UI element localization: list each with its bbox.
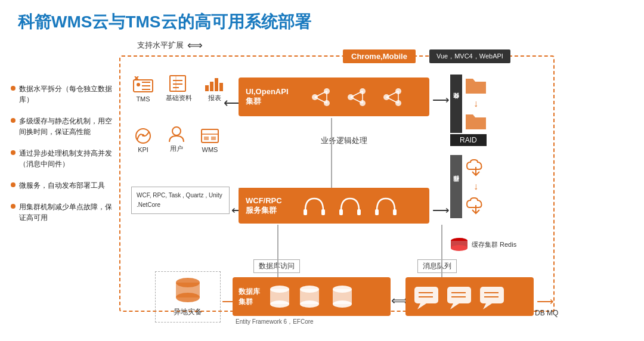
mq-cluster-box <box>405 277 534 316</box>
db-access-label: 数据库访问 <box>253 259 300 273</box>
svg-point-47 <box>270 300 289 308</box>
sync-storage-label: 同步存储 <box>450 155 462 218</box>
svg-marker-55 <box>417 303 426 309</box>
svg-line-31 <box>351 97 363 103</box>
svg-line-25 <box>315 97 327 103</box>
user-icon <box>166 125 187 143</box>
bullet-4: 微服务，自动发布部署工具 <box>11 180 115 191</box>
svg-rect-62 <box>480 287 504 303</box>
redis-icon <box>450 237 468 252</box>
vue-label-box: Vue，MVC4，WebAPI <box>429 49 510 63</box>
wcf-cluster-label: WCF/RPC服务集群 <box>246 196 282 216</box>
svg-rect-11 <box>210 82 213 91</box>
disaster-box: 异地灾备 <box>155 271 221 323</box>
svg-line-37 <box>386 97 398 103</box>
svg-point-53 <box>333 300 352 308</box>
bullet-dot <box>11 182 16 187</box>
file-storage-icons: ↓ <box>465 75 487 133</box>
expand-arrow-icon: ⟺ <box>187 39 203 52</box>
svg-point-73 <box>451 245 467 251</box>
download-icon-1 <box>465 157 487 178</box>
wcf-cluster-headphones <box>290 193 410 219</box>
raid-box: RAID <box>450 134 487 146</box>
svg-rect-58 <box>447 287 471 303</box>
tms-icon-item: TMS <box>132 76 154 103</box>
down-arrow-icon: ↓ <box>473 98 478 109</box>
svg-rect-10 <box>205 85 209 91</box>
svg-point-1 <box>137 83 140 86</box>
svg-rect-44 <box>393 209 397 215</box>
db-cluster-icons <box>265 282 369 312</box>
svg-rect-41 <box>339 209 343 215</box>
svg-line-36 <box>386 91 398 97</box>
svg-rect-40 <box>321 209 325 215</box>
bullet-5: 用集群机制减少单点故障，保证高可用 <box>11 202 115 223</box>
svg-rect-13 <box>219 83 223 91</box>
svg-point-50 <box>300 300 319 308</box>
icons-row-bottom: KPI 用户 WMS <box>132 125 221 153</box>
wms-icon <box>199 127 221 145</box>
kpi-icon <box>132 127 154 145</box>
svg-line-24 <box>315 91 327 97</box>
db-cluster-box: 数据库集群 <box>233 277 391 316</box>
svg-rect-17 <box>202 129 218 142</box>
disaster-db-icon <box>173 277 203 303</box>
bullet-3: 通过异步处理机制支持高并发（消息中间件） <box>11 148 115 169</box>
mq-cluster-icons <box>411 282 525 312</box>
basic-data-icon <box>168 75 190 92</box>
bullet-2: 多级缓存与静态化机制，用空间换时间，保证高性能 <box>11 116 115 137</box>
download-icon-2 <box>465 196 487 216</box>
bullet-1: 数据水平拆分（每仓独立数据库） <box>11 83 115 105</box>
icons-row-top: TMS 基础资料 报表 <box>132 75 225 103</box>
arrow-wcf-to-storage: ⟶ <box>432 203 450 217</box>
expand-label: 支持水平扩展 ⟺ <box>137 39 203 52</box>
page-title: 科箭WMS云与TMS云的高可用系统部署 <box>18 11 311 33</box>
sync-storage-section: 同步存储 ↓ <box>450 155 487 218</box>
svg-point-15 <box>142 134 144 137</box>
down-arrow-2-icon: ↓ <box>473 181 478 192</box>
vertical-line-ui-wcf <box>331 118 332 188</box>
report-icon <box>204 75 225 92</box>
bullet-list: 数据水平拆分（每仓独立数据库） 多级缓存与静态化机制，用空间换时间，保证高性能 … <box>11 83 115 234</box>
svg-rect-42 <box>357 209 361 215</box>
svg-rect-19 <box>204 137 209 140</box>
arrow-mq-right: ⟶ <box>537 294 554 308</box>
folder-icon-1 <box>465 77 487 95</box>
kpi-icon-item: KPI <box>132 127 154 153</box>
ui-cluster-graph <box>297 82 416 112</box>
svg-rect-20 <box>211 137 216 140</box>
report-icon-item: 报表 <box>204 75 225 103</box>
disaster-label: 异地灾备 <box>174 308 202 316</box>
svg-rect-39 <box>304 209 307 215</box>
basic-data-icon-item: 基础资料 <box>166 75 192 103</box>
chrome-mobile-box: Chrome,Mobile <box>343 49 416 63</box>
file-storage-section: 文件存储 ↓ <box>450 75 487 133</box>
ui-cluster-label: UI,OpenAPI集群 <box>246 87 289 107</box>
svg-point-16 <box>172 127 181 135</box>
entity-label: Entity Framework 6，EFCore <box>236 318 314 326</box>
svg-rect-54 <box>414 287 438 303</box>
db-cluster-label: 数据库集群 <box>239 287 260 307</box>
architecture-diagram: 支持水平扩展 ⟺ Chrome,Mobile Vue，MVC4，WebAPI T… <box>119 39 632 337</box>
svg-point-68 <box>176 293 200 302</box>
tms-icon <box>132 76 154 94</box>
arrow-ui-to-storage: ⟶ <box>432 92 450 107</box>
vert-line-wcf-db <box>277 225 278 277</box>
bullet-dot <box>11 118 16 123</box>
svg-rect-43 <box>375 209 379 215</box>
bullet-dot <box>11 86 16 91</box>
svg-marker-63 <box>483 303 492 309</box>
ui-cluster-box: UI,OpenAPI集群 <box>239 78 429 116</box>
wms-icon-item: WMS <box>199 127 221 153</box>
cache-redis-section: 缓存集群 Redis <box>450 237 516 252</box>
vert-line-wcf-mq <box>441 225 442 277</box>
bullet-dot <box>11 150 16 155</box>
svg-line-30 <box>351 91 363 97</box>
wcf-left-box: WCF, RPC, Task , Quartz , Unity .NetCore <box>131 187 230 214</box>
sync-storage-icons: ↓ <box>465 155 487 218</box>
mq-label: 消息队列 <box>417 259 457 273</box>
svg-marker-59 <box>450 303 459 309</box>
bullet-dot <box>11 204 16 209</box>
file-storage-label: 文件存储 <box>450 75 462 133</box>
user-icon-item: 用户 <box>166 125 187 153</box>
